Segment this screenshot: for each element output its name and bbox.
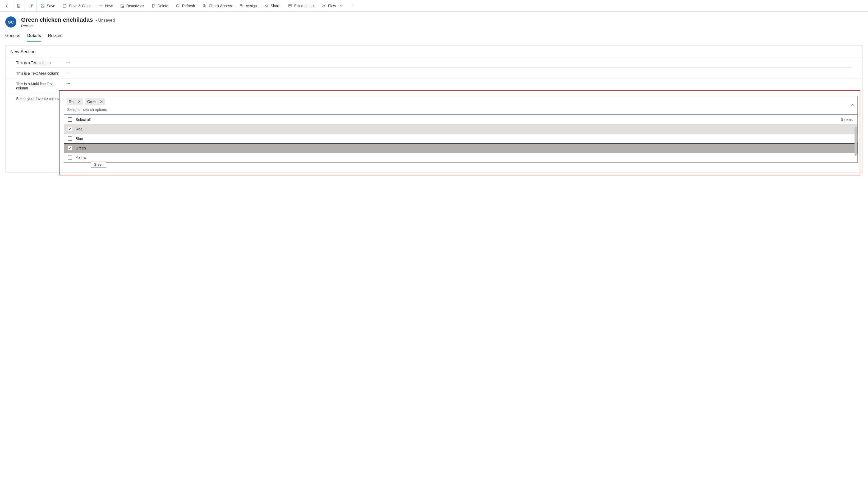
multiselect-option-label: Green xyxy=(75,146,86,150)
plus-icon xyxy=(99,4,103,8)
close-icon[interactable] xyxy=(78,100,81,103)
email-link-button[interactable]: Email a Link xyxy=(284,0,318,11)
refresh-icon xyxy=(176,4,180,8)
multiselect-option[interactable]: Red xyxy=(64,124,858,134)
svg-point-8 xyxy=(352,4,353,4)
field-multiline-value[interactable]: --- xyxy=(66,81,858,85)
checkbox-icon xyxy=(68,117,72,122)
checkbox-checked-icon xyxy=(68,146,72,150)
form-section-card: New Section This is a Text column --- Th… xyxy=(5,45,863,173)
new-label: New xyxy=(105,4,113,8)
select-all-option[interactable]: Select all xyxy=(68,117,91,122)
multiselect-option-label: Red xyxy=(75,127,83,131)
svg-rect-2 xyxy=(41,6,43,7)
chevron-up-icon[interactable] xyxy=(850,103,854,108)
email-link-label: Email a Link xyxy=(294,4,314,8)
back-button[interactable] xyxy=(1,0,13,11)
field-multiline-label: This is a Multi-line Text column xyxy=(16,81,66,90)
flow-button[interactable]: Flow xyxy=(318,0,347,11)
avatar: GC xyxy=(5,17,17,28)
share-button[interactable]: Share xyxy=(260,0,284,11)
multiselect-input[interactable]: RedGreen Select or search options xyxy=(64,96,858,115)
checkbox-icon xyxy=(68,155,72,160)
new-button[interactable]: New xyxy=(95,0,116,11)
multiselect-option[interactable]: Green xyxy=(64,143,858,153)
save-close-label: Save & Close xyxy=(69,4,91,8)
field-colors-label: Select your favorite colors xyxy=(16,96,66,101)
form-selector-button[interactable] xyxy=(13,0,25,11)
items-count: 6 items xyxy=(841,117,852,122)
scrollbar[interactable] xyxy=(855,127,857,156)
field-textarea: This is a Text Area column --- xyxy=(5,68,863,78)
save-close-icon xyxy=(63,4,67,8)
select-all-label: Select all xyxy=(75,117,91,122)
delete-label: Delete xyxy=(158,4,168,8)
assign-icon xyxy=(239,4,244,8)
svg-point-9 xyxy=(352,5,353,6)
field-text-label: This is a Text column xyxy=(16,60,66,65)
checkbox-checked-icon xyxy=(68,127,72,131)
save-icon xyxy=(40,4,45,8)
share-icon xyxy=(264,4,268,8)
close-icon[interactable] xyxy=(100,100,103,103)
assign-button[interactable]: Assign xyxy=(236,0,260,11)
check-access-button[interactable]: Check Access xyxy=(198,0,236,11)
save-label: Save xyxy=(47,4,55,8)
multiselect-tag-label: Red xyxy=(69,99,75,104)
save-button[interactable]: Save xyxy=(37,0,59,11)
more-commands-button[interactable] xyxy=(347,0,359,11)
record-entity: Recipe xyxy=(21,24,115,28)
field-text: This is a Text column --- xyxy=(5,57,863,67)
multiselect-option[interactable]: Yellow xyxy=(64,153,858,162)
more-vertical-icon xyxy=(351,4,355,8)
deactivate-icon xyxy=(120,4,124,8)
field-textarea-label: This is a Text Area column xyxy=(16,71,66,76)
email-icon xyxy=(288,4,292,8)
checkbox-icon xyxy=(68,137,72,141)
multiselect-placeholder: Select or search options xyxy=(66,106,847,113)
multiselect-tag: Green xyxy=(85,98,105,105)
tab-details[interactable]: Details xyxy=(27,31,41,41)
multiselect-dropdown: Select all 6 items RedBlueGreenYellow Gr… xyxy=(64,115,858,163)
svg-point-10 xyxy=(352,7,353,7)
multiselect-option[interactable]: Blue xyxy=(64,134,858,143)
multiselect-option-label: Yellow xyxy=(75,155,86,160)
deactivate-button[interactable]: Deactivate xyxy=(116,0,148,11)
multiselect-option-label: Blue xyxy=(75,137,83,141)
delete-button[interactable]: Delete xyxy=(148,0,172,11)
multiselect-tag-label: Green xyxy=(87,99,98,104)
delete-icon xyxy=(151,4,155,8)
check-access-icon xyxy=(202,4,207,8)
refresh-button[interactable]: Refresh xyxy=(172,0,198,11)
field-textarea-value[interactable]: --- xyxy=(66,71,858,75)
field-text-value[interactable]: --- xyxy=(66,60,858,64)
share-label: Share xyxy=(271,4,280,8)
svg-point-5 xyxy=(203,4,206,7)
section-title: New Section xyxy=(5,46,863,57)
check-access-label: Check Access xyxy=(209,4,232,8)
tab-general[interactable]: General xyxy=(5,31,20,41)
command-bar: Save Save & Close New Deactivate Delete … xyxy=(0,0,868,12)
save-close-button[interactable]: Save & Close xyxy=(59,0,95,11)
field-colors: Select your favorite colors RedGreen Sel… xyxy=(5,93,863,172)
popout-button[interactable] xyxy=(25,0,36,11)
option-tooltip: Green xyxy=(91,161,106,168)
svg-point-6 xyxy=(240,4,242,5)
back-arrow-icon xyxy=(5,4,9,8)
tab-related[interactable]: Related xyxy=(48,31,62,41)
refresh-label: Refresh xyxy=(182,4,195,8)
record-title: Green chicken enchiladas xyxy=(21,17,93,23)
form-tabs: General Details Related xyxy=(0,30,868,41)
record-status: - Unsaved xyxy=(95,18,115,23)
form-icon xyxy=(17,4,21,8)
flow-icon xyxy=(322,4,326,8)
field-multiline: This is a Multi-line Text column --- xyxy=(5,78,863,93)
flow-label: Flow xyxy=(328,4,336,8)
multiselect-tag: Red xyxy=(67,98,83,105)
assign-label: Assign xyxy=(246,4,257,8)
chevron-down-icon xyxy=(339,4,343,8)
popout-icon xyxy=(29,4,33,8)
deactivate-label: Deactivate xyxy=(126,4,144,8)
record-header: GC Green chicken enchiladas - Unsaved Re… xyxy=(0,12,868,30)
